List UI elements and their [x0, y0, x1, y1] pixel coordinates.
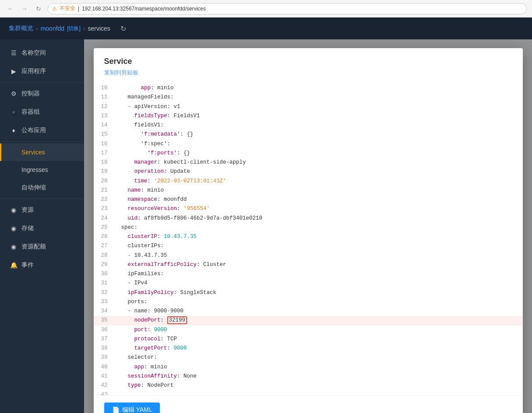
sidebar-item-services[interactable]: Services — [0, 144, 84, 161]
sidebar-label-services: Services — [21, 149, 45, 156]
line-content: resourceVersion: '956554' — [115, 204, 523, 214]
line-content: - apiVersion: v1 — [115, 102, 523, 112]
main-content: ☰ 名称空间 ▶ 应用程序 ⚙ 控制器 ▫ 容器组 ♦ 公布应用 — [0, 39, 532, 413]
sidebar-item-resources[interactable]: ◉ 资源 — [0, 201, 84, 219]
line-content: managedFields: — [115, 93, 523, 102]
insecure-label: 不安全 — [60, 5, 75, 12]
breadcrumb-namespace-link[interactable]: moonfdd — [41, 25, 64, 32]
resource-quota-icon: ◉ — [10, 243, 17, 250]
breadcrumb-cluster-link[interactable]: 集群概览 — [9, 24, 33, 32]
sidebar-divider-2 — [0, 141, 84, 142]
reload-button[interactable]: ↻ — [33, 4, 44, 14]
line-content: ports: — [115, 298, 523, 307]
line-content: uid: af8fb9d5-f806-46b2-9d7a-dbf3401e021… — [115, 214, 523, 223]
sidebar: ☰ 名称空间 ▶ 应用程序 ⚙ 控制器 ▫ 容器组 ♦ 公布应用 — [0, 39, 84, 413]
code-line-41: 41 sessionAffinity: None — [94, 372, 523, 381]
line-number: 33 — [94, 298, 115, 307]
sidebar-item-ingresses[interactable]: Ingresses — [0, 161, 84, 178]
code-line-32: 32 ipFamilyPolicy: SingleStack — [94, 288, 523, 298]
edit-yaml-button[interactable]: 📄 编辑 YAML — [104, 402, 160, 413]
sidebar-label-namespace: 名称空间 — [21, 49, 46, 57]
line-number: 31 — [94, 279, 115, 288]
line-number: 34 — [94, 307, 115, 316]
line-number: 15 — [94, 130, 115, 139]
sidebar-item-containers[interactable]: ▫ 容器组 — [0, 103, 84, 121]
refresh-button[interactable]: ↻ — [117, 22, 130, 35]
line-content: 'f:spec': — [115, 140, 523, 149]
line-number: 32 — [94, 288, 115, 298]
breadcrumb-sep-2: › — [83, 25, 85, 32]
code-line-21: 21 name: minio — [94, 186, 523, 195]
controllers-icon: ⚙ — [10, 90, 17, 97]
line-number: 37 — [94, 335, 115, 344]
code-line-12: 12 - apiVersion: v1 — [94, 102, 523, 112]
code-line-24: 24 uid: af8fb9d5-f806-46b2-9d7a-dbf3401e… — [94, 214, 523, 223]
code-line-36: 36 port: 9000 — [94, 326, 523, 335]
code-line-16: 16 'f:spec': — [94, 140, 523, 149]
line-content: spec: — [115, 223, 523, 232]
app-container: 集群概览 › moonfdd [切换] › services ↻ ☰ 名称空间 … — [0, 18, 532, 413]
edit-yaml-label: 编辑 YAML — [122, 406, 152, 413]
code-line-43: 43 — [94, 390, 523, 395]
copy-to-clipboard-link[interactable]: 复制到剪贴板 — [104, 66, 138, 79]
code-line-38: 38 targetPort: 9000 — [94, 344, 523, 353]
sidebar-label-autoscale: 自动伸缩 — [21, 184, 46, 192]
line-number: 27 — [94, 242, 115, 251]
code-line-40: 40 app: minio — [94, 363, 523, 372]
line-content: namespace: moonfdd — [115, 195, 523, 204]
code-line-23: 23 resourceVersion: '956554' — [94, 204, 523, 214]
sidebar-label-ingresses: Ingresses — [21, 166, 48, 173]
breadcrumb-switch[interactable]: [切换] — [67, 25, 81, 32]
modal-body: 10 app: minio11 managedFields:12 - apiVe… — [94, 84, 523, 395]
sidebar-label-storage: 存储 — [21, 224, 34, 232]
line-content: externalTrafficPolicy: Cluster — [115, 260, 523, 270]
events-icon: 🔔 — [10, 262, 17, 269]
sidebar-label-resource-quota: 资源配额 — [21, 243, 46, 251]
sidebar-divider-3 — [0, 199, 84, 199]
line-content: clusterIP: 10.43.7.35 — [115, 232, 523, 242]
line-number: 42 — [94, 381, 115, 390]
line-number: 38 — [94, 344, 115, 353]
line-number: 24 — [94, 214, 115, 223]
breadcrumb: 集群概览 › moonfdd [切换] › services — [9, 24, 110, 32]
namespace-icon: ☰ — [10, 49, 17, 56]
page-area: Service 复制到剪贴板 10 app: minio11 managedFi… — [84, 39, 532, 413]
service-modal: Service 复制到剪贴板 10 app: minio11 managedFi… — [94, 48, 523, 413]
line-number: 18 — [94, 158, 115, 167]
line-number: 22 — [94, 195, 115, 204]
forward-button[interactable]: → — [19, 4, 30, 14]
public-apps-icon: ♦ — [10, 127, 17, 134]
back-button[interactable]: ← — [5, 4, 16, 14]
sidebar-item-autoscale[interactable]: 自动伸缩 — [0, 178, 84, 197]
line-content: - name: 9000-9000 — [115, 307, 523, 316]
line-number: 19 — [94, 167, 115, 176]
line-content: 'f:metadata': {} — [115, 130, 523, 139]
sidebar-item-apps[interactable]: ▶ 应用程序 — [0, 62, 84, 80]
line-number: 25 — [94, 223, 115, 232]
sidebar-label-controllers: 控制器 — [21, 90, 40, 98]
code-line-27: 27 clusterIPs: — [94, 242, 523, 251]
breadcrumb-current: services — [88, 25, 110, 32]
line-number: 10 — [94, 84, 115, 93]
sidebar-item-storage[interactable]: ◉ 存储 — [0, 219, 84, 238]
url-bar[interactable]: ⚠ 不安全 | 192.168.204.13:32567/namespace/m… — [47, 3, 527, 14]
sidebar-divider-1 — [0, 82, 84, 83]
code-line-28: 28 - 10.43.7.35 — [94, 251, 523, 260]
code-line-18: 18 manager: kubectl-client-side-apply — [94, 158, 523, 167]
modal-header: Service 复制到剪贴板 — [94, 48, 523, 84]
line-number: 39 — [94, 353, 115, 362]
sidebar-item-public-apps[interactable]: ♦ 公布应用 — [0, 121, 84, 140]
sidebar-item-events[interactable]: 🔔 事件 — [0, 256, 84, 274]
line-number: 26 — [94, 232, 115, 242]
sidebar-item-namespace[interactable]: ☰ 名称空间 — [0, 44, 84, 62]
sidebar-item-resource-quota[interactable]: ◉ 资源配额 — [0, 238, 84, 256]
code-line-14: 14 fieldsV1: — [94, 121, 523, 130]
line-content: clusterIPs: — [115, 242, 523, 251]
browser-bar: ← → ↻ ⚠ 不安全 | 192.168.204.13:32567/names… — [0, 0, 532, 18]
code-line-30: 30 ipFamilies: — [94, 270, 523, 279]
sidebar-item-controllers[interactable]: ⚙ 控制器 — [0, 84, 84, 103]
code-line-26: 26 clusterIP: 10.43.7.35 — [94, 232, 523, 242]
line-number: 36 — [94, 326, 115, 335]
code-line-17: 17 'f:ports': {} — [94, 149, 523, 158]
code-line-22: 22 namespace: moonfdd — [94, 195, 523, 204]
